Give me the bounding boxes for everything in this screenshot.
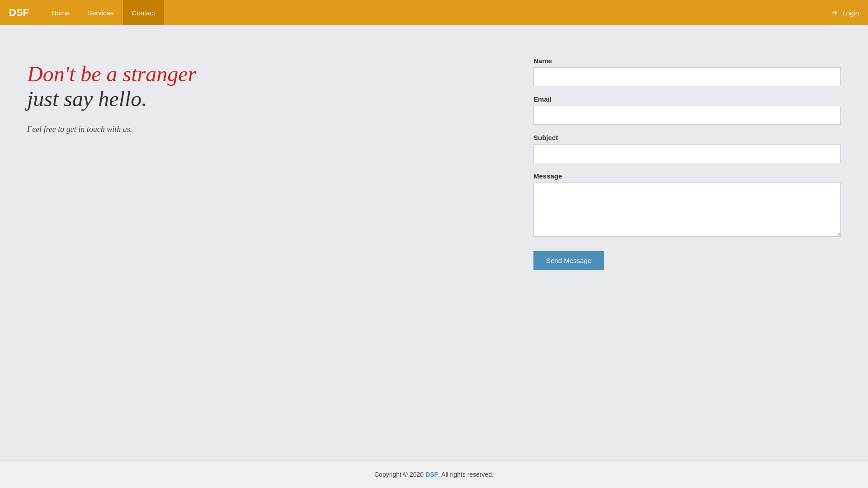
email-label: Email bbox=[533, 95, 841, 103]
name-input[interactable] bbox=[533, 67, 841, 86]
hero-heading-red: Don't be a stranger bbox=[27, 61, 515, 86]
message-label: Message bbox=[533, 172, 841, 180]
footer-brand: DSF bbox=[425, 471, 438, 478]
nav-services[interactable]: Services bbox=[79, 0, 123, 25]
nav-login-button[interactable]: ➔ Login bbox=[832, 9, 859, 17]
message-input[interactable] bbox=[533, 183, 841, 237]
subject-input[interactable] bbox=[533, 144, 841, 163]
hero-subtext: Feel free to get in touch with us. bbox=[27, 125, 515, 134]
contact-form: Name Email Subject Message Send Message bbox=[533, 57, 841, 270]
footer-suffix: . All rights reserved. bbox=[438, 471, 494, 478]
message-field-group: Message bbox=[533, 172, 841, 239]
nav-home[interactable]: Home bbox=[42, 0, 79, 25]
left-panel: Don't be a stranger just say hello. Feel… bbox=[27, 52, 515, 424]
footer: Copyright © 2020 DSF. All rights reserve… bbox=[0, 460, 868, 488]
hero-heading-dark: just say hello. bbox=[27, 86, 515, 111]
send-message-button[interactable]: Send Message bbox=[533, 251, 604, 270]
main-content: Don't be a stranger just say hello. Feel… bbox=[0, 25, 868, 460]
contact-form-panel: Name Email Subject Message Send Message bbox=[533, 52, 841, 424]
nav-links: Home Services Contact bbox=[42, 0, 164, 25]
subject-label: Subject bbox=[533, 134, 841, 141]
subject-field-group: Subject bbox=[533, 134, 841, 163]
nav-contact[interactable]: Contact bbox=[123, 0, 165, 25]
login-arrow-icon: ➔ bbox=[832, 9, 838, 17]
nav-logo: DSF bbox=[9, 7, 29, 19]
navbar: DSF Home Services Contact ➔ Login bbox=[0, 0, 868, 25]
name-label: Name bbox=[533, 57, 841, 65]
email-field-group: Email bbox=[533, 95, 841, 125]
email-input[interactable] bbox=[533, 106, 841, 125]
name-field-group: Name bbox=[533, 57, 841, 86]
footer-copyright: Copyright © 2020 bbox=[374, 471, 425, 478]
